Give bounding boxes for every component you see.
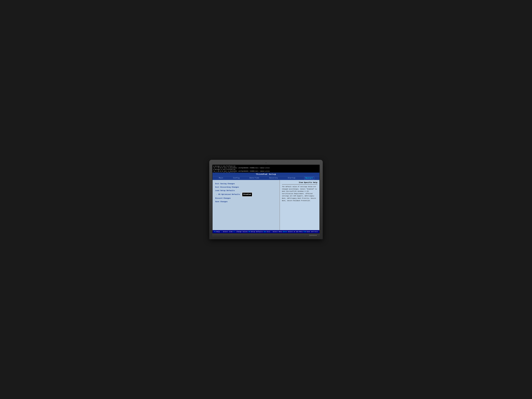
key-updown: ↑↓ [221, 231, 222, 233]
key-f10: F10 [304, 231, 306, 233]
label-setup-defaults: Setup Defaults [251, 231, 263, 233]
laptop-body: g message to sntp.fireflyuk.net. Jun 1 0… [209, 160, 323, 239]
laptop-bottom-bezel: lenovo [212, 234, 320, 238]
label-select-menu: Select Menu [272, 231, 282, 233]
menu-item-save[interactable]: Save Changes [215, 200, 277, 203]
key-f9: F9 [248, 231, 250, 233]
label-save-exit: Save and Exit [307, 231, 318, 233]
key-arrows: ↔ [271, 231, 272, 233]
label-select-item: Select Item [223, 231, 233, 233]
key-esc: Esc [264, 231, 266, 233]
key-enter: Enter [283, 231, 287, 233]
bios-menu-panel: Exit Saving Changes Exit Discarding Chan… [213, 180, 280, 230]
bios-title: ThinkPad Setup [213, 173, 319, 176]
help-text: The default value of settings below are … [282, 186, 317, 202]
lenovo-logo: lenovo [309, 234, 317, 236]
key-f1: F1 [214, 231, 216, 233]
status-esc: Esc Exit [264, 231, 270, 233]
help-title: Item Specific Help [282, 182, 317, 185]
terminal-line-3: g message to sntp.fireflyuk.net. [213, 169, 319, 171]
menu-item-exit-discarding[interactable]: Exit Discarding Changes [215, 185, 277, 189]
menu-item-exit-saving[interactable]: Exit Saving Changes [215, 182, 277, 185]
status-plusminus: +/- Change Values [233, 231, 248, 233]
os-optimized-value[interactable]: Disabled [242, 192, 252, 196]
tab-datetime[interactable]: Date/Time [248, 177, 260, 179]
status-enter: Enter Select ▶ Sub-Menu [283, 231, 303, 233]
status-f1: F1 Help [214, 231, 220, 233]
menu-item-os-optimized[interactable]: - OS Optimized Defaults Disabled [215, 192, 277, 196]
label-exit: Exit [267, 231, 270, 233]
terminal-log: g message to sntp.fireflyuk.net. Jun 1 0… [213, 165, 319, 173]
status-f9: F9 Setup Defaults [248, 231, 263, 233]
label-help: Help [216, 231, 220, 233]
key-plusminus: +/- [233, 231, 236, 233]
tab-startup[interactable]: Startup [287, 177, 296, 179]
tab-main[interactable]: Main [218, 177, 224, 179]
bios-statusbar: F1 Help ↑↓ Select Item +/- Change Values… [213, 230, 319, 233]
bios-content: Exit Saving Changes Exit Discarding Chan… [213, 180, 319, 230]
tab-security[interactable]: Security [268, 177, 279, 179]
bios-tabbar: Main Config Date/Time Security Startup R… [213, 176, 319, 180]
label-change-values: Change Values [236, 231, 248, 233]
webcam [265, 162, 267, 164]
tab-restart[interactable]: Restart [304, 177, 314, 179]
status-updown: ↑↓ Select Item [221, 231, 233, 233]
terminal-line-4: Jun 1 00:32:52 mail sn-mta[24426]: u4Ilf… [213, 171, 319, 172]
menu-item-discard[interactable]: Discard Changes [215, 196, 277, 200]
status-arrows: ↔ Select Menu [271, 231, 282, 233]
status-f10: F10 Save and Exit [304, 231, 318, 233]
laptop-screen: g message to sntp.fireflyuk.net. Jun 1 0… [212, 165, 320, 234]
terminal-line-1: g message to sntp.fireflyuk.net. [213, 165, 319, 167]
label-sub-menu: Select ▶ Sub-Menu [288, 231, 303, 233]
terminal-line-2: Jun 1 00:82:51 mail sn-mta[10281]: u4Ilf… [213, 167, 319, 169]
menu-item-load-defaults[interactable]: Load Setup Defaults [215, 189, 277, 192]
bios-help-panel: Item Specific Help The default value of … [280, 180, 319, 230]
tab-config[interactable]: Config [232, 177, 241, 179]
bios-ui: ThinkPad Setup Main Config Date/Time Sec… [213, 173, 319, 233]
